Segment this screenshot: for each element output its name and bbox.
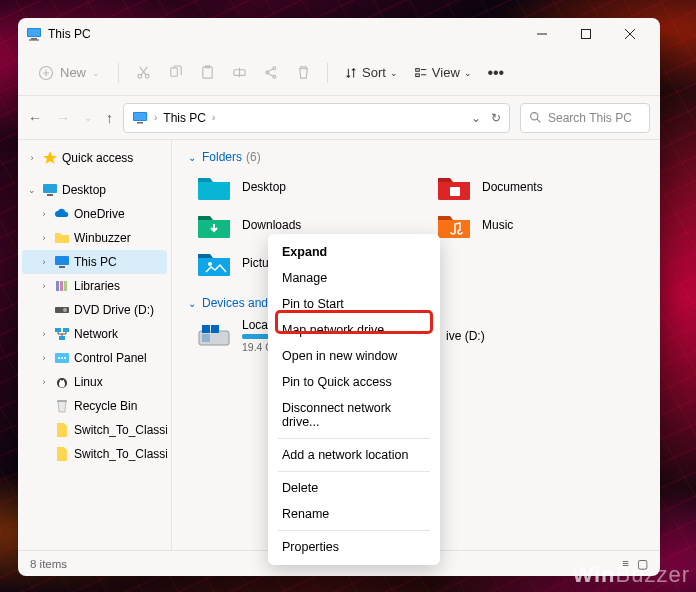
- sidebar-item-winbuzzer[interactable]: › Winbuzzer: [22, 226, 167, 250]
- chevron-down-icon: ⌄: [186, 152, 198, 163]
- recycle-bin-icon: [54, 398, 70, 414]
- folder-music[interactable]: Music: [436, 210, 646, 240]
- star-icon: [42, 150, 58, 166]
- ctx-properties[interactable]: Properties: [268, 534, 440, 560]
- recent-button[interactable]: ⌄: [84, 112, 92, 123]
- svg-point-21: [272, 75, 275, 78]
- svg-rect-1: [28, 29, 40, 36]
- svg-point-11: [137, 74, 141, 78]
- breadcrumb-dropdown[interactable]: ⌄: [471, 111, 481, 125]
- refresh-button[interactable]: ↻: [491, 111, 501, 125]
- svg-rect-57: [202, 325, 210, 333]
- drive-label: ive (D:): [446, 329, 485, 343]
- breadcrumb[interactable]: › This PC › ⌄ ↻: [123, 103, 510, 133]
- libraries-icon: [54, 278, 70, 294]
- folder-label: Documents: [482, 180, 543, 194]
- network-icon: [54, 326, 70, 342]
- maximize-button[interactable]: [564, 18, 608, 50]
- sidebar-item-desktop[interactable]: ⌄ Desktop: [22, 178, 167, 202]
- chevron-down-icon: ⌄: [92, 68, 100, 78]
- ctx-add-network-location[interactable]: Add a network location: [268, 442, 440, 468]
- svg-rect-53: [450, 187, 460, 196]
- cut-icon[interactable]: [129, 59, 157, 87]
- svg-rect-38: [60, 281, 63, 291]
- svg-rect-23: [416, 68, 420, 71]
- ctx-open-new-window[interactable]: Open in new window: [268, 343, 440, 369]
- folder-documents[interactable]: Documents: [436, 172, 646, 202]
- svg-point-20: [272, 67, 275, 70]
- sidebar-item-quick-access[interactable]: › Quick access: [22, 146, 167, 170]
- forward-button[interactable]: →: [56, 110, 70, 126]
- sidebar-item-label: Network: [74, 327, 118, 341]
- sidebar-item-this-pc[interactable]: › This PC: [22, 250, 167, 274]
- svg-rect-59: [202, 334, 210, 342]
- rename-icon[interactable]: [225, 59, 253, 87]
- chevron-down-icon: ⌄: [464, 68, 472, 78]
- desktop-folder-icon: [196, 172, 232, 202]
- breadcrumb-segment[interactable]: This PC: [163, 111, 206, 125]
- share-icon[interactable]: [257, 59, 285, 87]
- paste-icon[interactable]: [193, 59, 221, 87]
- search-input[interactable]: Search This PC: [520, 103, 650, 133]
- back-button[interactable]: ←: [28, 110, 42, 126]
- svg-marker-32: [43, 151, 57, 164]
- svg-point-46: [58, 357, 60, 359]
- sort-button[interactable]: Sort ⌄: [338, 61, 404, 84]
- svg-point-12: [145, 74, 149, 78]
- sidebar-item-file[interactable]: › Switch_To_Classic_C: [22, 418, 167, 442]
- breadcrumb-sep: ›: [212, 112, 215, 123]
- ctx-divider: [278, 471, 430, 472]
- svg-rect-24: [416, 73, 420, 76]
- pictures-folder-icon: [196, 248, 232, 278]
- sidebar-item-dvd-drive[interactable]: › DVD Drive (D:): [22, 298, 167, 322]
- disc-icon: [54, 302, 70, 318]
- close-button[interactable]: [608, 18, 652, 50]
- titlebar[interactable]: This PC: [18, 18, 660, 50]
- minimize-button[interactable]: [520, 18, 564, 50]
- sort-label: Sort: [362, 65, 386, 80]
- view-button[interactable]: View ⌄: [408, 61, 478, 84]
- sidebar-item-libraries[interactable]: › Libraries: [22, 274, 167, 298]
- sidebar-item-network[interactable]: › Network: [22, 322, 167, 346]
- ctx-disconnect-network[interactable]: Disconnect network drive...: [268, 395, 440, 435]
- sidebar-item-linux[interactable]: › Linux: [22, 370, 167, 394]
- svg-rect-2: [31, 38, 37, 40]
- context-menu: Expand Manage Pin to Start Map network d…: [268, 234, 440, 565]
- up-button[interactable]: ↑: [106, 110, 113, 126]
- sidebar-item-onedrive[interactable]: › OneDrive: [22, 202, 167, 226]
- delete-icon[interactable]: [289, 59, 317, 87]
- ctx-pin-quick-access[interactable]: Pin to Quick access: [268, 369, 440, 395]
- ctx-rename[interactable]: Rename: [268, 501, 440, 527]
- sidebar-item-file[interactable]: › Switch_To_Classic_C: [22, 442, 167, 466]
- chevron-down-icon: ⌄: [186, 298, 198, 309]
- ctx-manage[interactable]: Manage: [268, 265, 440, 291]
- sidebar-item-label: Linux: [74, 375, 103, 389]
- sidebar-item-label: Control Panel: [74, 351, 147, 365]
- breadcrumb-sep: ›: [154, 112, 157, 123]
- chevron-right-icon: ›: [38, 257, 50, 267]
- svg-rect-42: [55, 328, 61, 332]
- drive-dvd[interactable]: ive (D:): [446, 318, 626, 353]
- downloads-folder-icon: [196, 210, 232, 240]
- sidebar: › Quick access ⌄ Desktop › OneDrive › Wi…: [18, 140, 172, 550]
- linux-icon: [54, 374, 70, 390]
- svg-point-51: [60, 380, 62, 382]
- more-button[interactable]: •••: [482, 59, 510, 87]
- chevron-right-icon: ›: [26, 153, 38, 163]
- ctx-pin-to-start[interactable]: Pin to Start: [268, 291, 440, 317]
- folder-desktop[interactable]: Desktop: [196, 172, 406, 202]
- new-button[interactable]: New ⌄: [30, 61, 108, 85]
- sidebar-item-recycle-bin[interactable]: › Recycle Bin: [22, 394, 167, 418]
- chevron-right-icon: ›: [38, 281, 50, 291]
- sidebar-item-label: Quick access: [62, 151, 133, 165]
- copy-icon[interactable]: [161, 59, 189, 87]
- svg-point-50: [59, 381, 65, 388]
- sidebar-item-control-panel[interactable]: › Control Panel: [22, 346, 167, 370]
- ctx-divider: [278, 438, 430, 439]
- chevron-right-icon: ›: [38, 377, 50, 387]
- ctx-expand[interactable]: Expand: [268, 239, 440, 265]
- cloud-icon: [54, 206, 70, 222]
- ctx-delete[interactable]: Delete: [268, 475, 440, 501]
- ctx-map-network-drive[interactable]: Map network drive...: [268, 317, 440, 343]
- folders-section-header[interactable]: ⌄ Folders (6): [186, 150, 646, 164]
